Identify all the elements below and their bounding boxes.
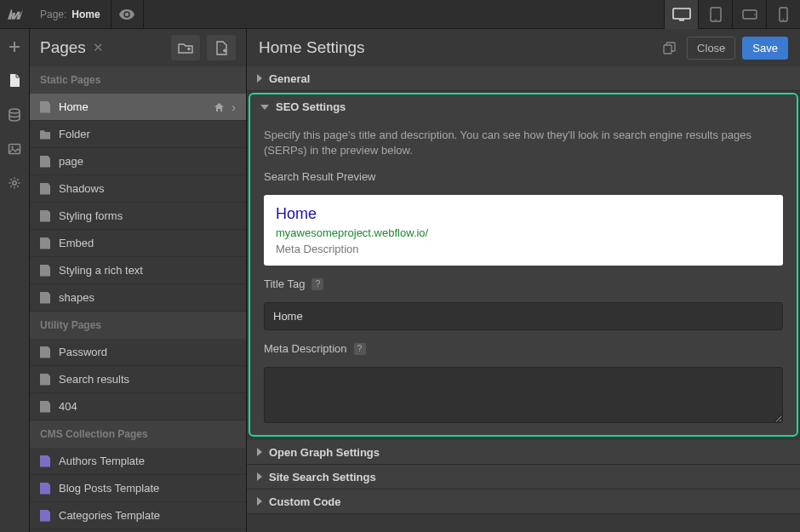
section-open-graph[interactable]: Open Graph Settings xyxy=(247,440,800,465)
meta-description-label: Meta Description xyxy=(264,342,347,355)
page-item[interactable]: Styling a rich text xyxy=(30,257,246,284)
webflow-logo[interactable] xyxy=(0,0,30,29)
device-phone[interactable] xyxy=(766,0,800,29)
preview-toggle[interactable] xyxy=(111,0,144,29)
page-icon xyxy=(40,374,50,386)
page-item[interactable]: Shadows xyxy=(30,175,246,203)
svg-rect-12 xyxy=(664,45,671,54)
page-item[interactable]: Search results xyxy=(30,366,246,393)
page-item[interactable]: Folder xyxy=(30,121,246,148)
chevron-right-icon[interactable]: › xyxy=(231,102,236,112)
chevron-right-icon xyxy=(257,448,262,456)
page-item[interactable]: page xyxy=(30,148,246,175)
page-icon xyxy=(40,401,50,413)
meta-description-input[interactable] xyxy=(264,367,783,423)
page-item-label: Authors Template xyxy=(59,455,236,467)
home-icon xyxy=(214,102,225,112)
svg-rect-0 xyxy=(673,9,690,19)
page-item[interactable]: Password xyxy=(30,339,246,366)
page-icon xyxy=(40,292,50,304)
page-icon xyxy=(40,101,50,113)
save-button[interactable]: Save xyxy=(742,37,788,60)
page-item-label: Styling forms xyxy=(59,209,236,222)
svg-point-11 xyxy=(13,181,16,185)
section-site-search[interactable]: Site Search Settings xyxy=(247,465,800,489)
page-item[interactable]: Styling forms xyxy=(30,203,246,230)
page-item-label: Shadows xyxy=(59,182,236,195)
chevron-right-icon xyxy=(257,497,262,506)
close-button[interactable]: Close xyxy=(687,37,735,60)
page-item-label: 404 xyxy=(59,400,236,413)
group-utility: Utility Pages xyxy=(30,312,246,339)
page-item-label: Folder xyxy=(59,128,236,140)
settings-gear-icon[interactable] xyxy=(5,174,24,192)
page-item[interactable]: Blog Posts Template xyxy=(30,475,246,502)
cms-icon[interactable] xyxy=(5,106,24,124)
section-custom-code[interactable]: Custom Code xyxy=(247,489,800,514)
device-desktop[interactable] xyxy=(664,0,698,29)
template-icon xyxy=(40,510,50,522)
preview-meta: Meta Description xyxy=(276,243,771,255)
chevron-right-icon xyxy=(257,74,262,83)
page-icon xyxy=(40,210,50,222)
svg-rect-1 xyxy=(679,20,684,21)
svg-point-5 xyxy=(754,14,756,15)
page-item[interactable]: Categories Template xyxy=(30,502,246,529)
section-general[interactable]: General xyxy=(247,66,800,91)
template-icon xyxy=(40,455,50,467)
page-icon xyxy=(40,183,50,195)
chevron-right-icon xyxy=(257,472,262,481)
duplicate-icon[interactable] xyxy=(658,37,680,59)
page-item-label: Password xyxy=(59,346,236,358)
page-icon xyxy=(40,346,50,358)
page-item-label: shapes xyxy=(59,291,236,304)
page-icon xyxy=(40,265,50,277)
preview-label: Search Result Preview xyxy=(264,170,783,183)
chevron-down-icon xyxy=(260,105,269,110)
help-icon[interactable]: ? xyxy=(311,278,323,290)
page-item-label: Categories Template xyxy=(59,509,236,522)
page-name: Home xyxy=(71,9,100,20)
page-item-label: Search results xyxy=(59,373,236,386)
group-static: Static Pages xyxy=(30,66,246,94)
page-label: Page: xyxy=(40,9,66,20)
page-item[interactable]: Embed xyxy=(30,230,246,257)
folder-icon xyxy=(40,129,50,140)
add-element-icon[interactable] xyxy=(5,37,24,56)
seo-description: Specify this page's title and descriptio… xyxy=(264,128,783,158)
page-item[interactable]: Home› xyxy=(30,94,246,121)
close-panel-icon[interactable]: ✕ xyxy=(93,40,104,55)
page-item-label: page xyxy=(59,155,236,168)
new-folder-button[interactable] xyxy=(171,35,200,60)
svg-point-8 xyxy=(9,109,20,113)
svg-point-3 xyxy=(715,19,717,20)
page-item-label: Styling a rich text xyxy=(59,264,236,277)
page-item[interactable]: shapes xyxy=(30,284,246,312)
svg-point-10 xyxy=(11,146,13,148)
new-page-button[interactable] xyxy=(207,35,236,60)
page-icon xyxy=(40,237,50,249)
panel-title: Pages ✕ xyxy=(40,38,164,57)
group-cms: CMS Collection Pages xyxy=(30,420,246,448)
settings-title: Home Settings xyxy=(259,38,651,57)
search-result-preview: Home myawesomeproject.webflow.io/ Meta D… xyxy=(264,195,783,266)
svg-point-7 xyxy=(783,19,785,20)
title-tag-input[interactable] xyxy=(264,302,783,330)
page-item-label: Home xyxy=(59,100,205,113)
preview-title: Home xyxy=(276,205,771,223)
preview-url: myawesomeproject.webflow.io/ xyxy=(276,226,771,239)
page-item-label: Blog Posts Template xyxy=(59,482,236,495)
page-item[interactable]: Authors Template xyxy=(30,448,246,475)
page-indicator[interactable]: Page: Home xyxy=(30,0,111,29)
pages-icon[interactable] xyxy=(5,72,24,90)
page-item[interactable]: 404 xyxy=(30,393,246,420)
device-landscape-phone[interactable] xyxy=(732,0,766,29)
help-icon[interactable]: ? xyxy=(354,343,366,355)
page-item-label: Embed xyxy=(59,237,236,249)
section-seo[interactable]: SEO Settings xyxy=(250,94,797,119)
template-icon xyxy=(40,483,50,495)
page-icon xyxy=(40,156,50,168)
assets-icon[interactable] xyxy=(5,140,24,158)
device-tablet[interactable] xyxy=(698,0,732,29)
title-tag-label: Title Tag xyxy=(264,277,305,290)
